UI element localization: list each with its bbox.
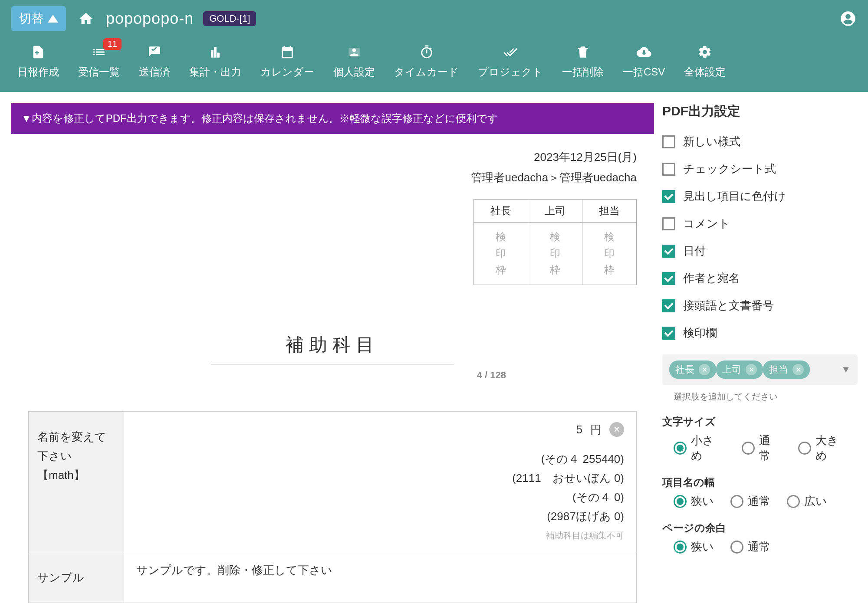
check-4[interactable]: 日付 xyxy=(662,237,858,265)
checkbox-icon[interactable] xyxy=(662,190,675,203)
triangle-up-icon xyxy=(48,15,58,23)
radio-icon[interactable] xyxy=(674,442,687,455)
nav-global-settings[interactable]: 全体設定 xyxy=(674,37,735,85)
check-0[interactable]: 新しい様式 xyxy=(662,128,858,155)
nav-bulk-delete[interactable]: 一括削除 xyxy=(552,37,613,85)
pdf-settings-pane: PDF出力設定 新しい様式チェックシート式見出し項目に色付けコメント日付作者と宛… xyxy=(662,102,858,603)
page-margin-radios: 狭い通常 xyxy=(662,539,858,554)
stamp-cell[interactable]: 検 印 枠 xyxy=(582,222,637,285)
chip[interactable]: 上司✕ xyxy=(716,360,763,379)
chip-remove-icon[interactable]: ✕ xyxy=(746,364,757,375)
nav-label: カレンダー xyxy=(260,65,314,79)
radio-label: 大きめ xyxy=(815,433,850,463)
document-pane: ▼内容を修正してPDF出力できます。修正内容は保存されません。※軽微な誤字修正な… xyxy=(10,102,654,603)
checkbox-icon[interactable] xyxy=(662,245,675,258)
checkbox-icon[interactable] xyxy=(662,272,675,285)
col-width-radios: 狭い通常広い xyxy=(662,494,858,509)
radio-option[interactable]: 通常 xyxy=(742,433,781,463)
font-size-radios: 小さめ通常大きめ xyxy=(662,433,858,463)
check-1[interactable]: チェックシート式 xyxy=(662,155,858,183)
plan-badge: GOLD-[1] xyxy=(203,11,256,26)
doc-meta: 2023年12月25日(月) 管理者uedacha＞管理者uedacha xyxy=(28,147,637,188)
settings-heading: PDF出力設定 xyxy=(662,102,858,120)
nav-personal-settings[interactable]: 個人設定 xyxy=(324,37,385,85)
chip-remove-icon[interactable]: ✕ xyxy=(699,364,710,375)
check-7[interactable]: 検印欄 xyxy=(662,319,858,347)
account-icon[interactable] xyxy=(839,10,857,27)
check-label: チェックシート式 xyxy=(683,161,776,177)
row-value[interactable]: 5 円 ✕ (その４ 255440) (2111 おせいぼん 0) (その４ 0… xyxy=(124,411,637,552)
check-3[interactable]: コメント xyxy=(662,210,858,237)
trash-icon xyxy=(575,43,590,61)
bar-chart-icon xyxy=(208,43,223,61)
row-label: サンプル xyxy=(29,552,124,603)
switch-label: 切替 xyxy=(19,10,43,27)
radio-icon[interactable] xyxy=(730,541,743,554)
check-2[interactable]: 見出し項目に色付け xyxy=(662,183,858,210)
stamp-cell[interactable]: 検 印 枠 xyxy=(528,222,582,285)
radio-label: 小さめ xyxy=(691,433,725,463)
nav-label: 個人設定 xyxy=(333,65,375,79)
nav-sent[interactable]: 送信済 xyxy=(129,37,180,85)
check-label: 接頭語と文書番号 xyxy=(683,298,774,313)
checkbox-icon[interactable] xyxy=(662,299,675,312)
home-icon[interactable] xyxy=(78,11,94,26)
double-check-icon xyxy=(503,43,518,61)
radio-option[interactable]: 広い xyxy=(787,494,827,509)
nav-project[interactable]: プロジェクト xyxy=(468,37,552,85)
radio-icon[interactable] xyxy=(674,495,687,508)
radio-option[interactable]: 狭い xyxy=(674,494,714,509)
radio-icon[interactable] xyxy=(798,442,811,455)
checkbox-icon[interactable] xyxy=(662,327,675,340)
radio-option[interactable]: 通常 xyxy=(730,539,770,554)
nav-timecard[interactable]: タイムカード xyxy=(385,37,468,85)
radio-option[interactable]: 狭い xyxy=(674,539,714,554)
doc-title[interactable]: 補助科目 xyxy=(28,333,637,357)
stamp-header: 上司 xyxy=(528,199,582,222)
nav-label: 集計・出力 xyxy=(189,65,241,79)
checkbox-icon[interactable] xyxy=(662,163,675,176)
checkbox-icon[interactable] xyxy=(662,135,675,148)
check-6[interactable]: 接頭語と文書番号 xyxy=(662,292,858,319)
subitem-lines: (その４ 255440) (2111 おせいぼん 0) (その４ 0) (298… xyxy=(136,449,624,526)
radio-option[interactable]: 小さめ xyxy=(674,433,725,463)
page-margin-label: ページの余白 xyxy=(662,521,858,535)
nav-label: タイムカード xyxy=(394,65,459,79)
chip[interactable]: 担当✕ xyxy=(763,360,810,379)
radio-option[interactable]: 大きめ xyxy=(798,433,850,463)
checkbox-icon[interactable] xyxy=(662,217,675,230)
radio-icon[interactable] xyxy=(730,495,743,508)
nav-inbox[interactable]: 11 受信一覧 xyxy=(69,37,129,85)
radio-label: 狭い xyxy=(691,494,714,509)
person-card-icon xyxy=(347,43,362,61)
row-note: 補助科目は編集不可 xyxy=(136,530,624,541)
radio-icon[interactable] xyxy=(742,442,755,455)
chevron-down-icon[interactable]: ▼ xyxy=(841,364,851,375)
nav-bulk-csv[interactable]: 一括CSV xyxy=(613,37,674,85)
stamp-cell[interactable]: 検 印 枠 xyxy=(474,222,528,285)
check-5[interactable]: 作者と宛名 xyxy=(662,265,858,292)
stamp-role-select[interactable]: 社長✕上司✕担当✕ ▼ xyxy=(662,354,858,385)
switch-button[interactable]: 切替 xyxy=(11,6,66,31)
clear-icon[interactable]: ✕ xyxy=(609,422,624,437)
nav-label: 受信一覧 xyxy=(78,65,120,79)
radio-icon[interactable] xyxy=(674,541,687,554)
nav-calendar[interactable]: カレンダー xyxy=(251,37,324,85)
nav-label: 全体設定 xyxy=(684,65,726,79)
radio-icon[interactable] xyxy=(787,495,800,508)
nav-create-report[interactable]: 日報作成 xyxy=(8,37,69,85)
check-label: 検印欄 xyxy=(683,325,717,341)
radio-option[interactable]: 通常 xyxy=(730,494,770,509)
gear-icon xyxy=(697,43,712,61)
font-size-label: 文字サイズ xyxy=(662,415,858,429)
chip[interactable]: 社長✕ xyxy=(669,360,716,379)
radio-label: 広い xyxy=(804,494,827,509)
char-counter: 4 / 128 xyxy=(159,370,506,381)
table-row: 名前を変えて下さい【math】 5 円 ✕ (その４ 255440) (2111… xyxy=(29,411,637,552)
row-value[interactable]: サンプルです。削除・修正して下さい xyxy=(124,552,637,603)
check-label: 作者と宛名 xyxy=(683,271,740,286)
nav-aggregate[interactable]: 集計・出力 xyxy=(180,37,251,85)
radio-label: 通常 xyxy=(748,494,770,509)
brand-name: popopopo-n xyxy=(106,10,194,28)
chip-remove-icon[interactable]: ✕ xyxy=(792,364,804,375)
